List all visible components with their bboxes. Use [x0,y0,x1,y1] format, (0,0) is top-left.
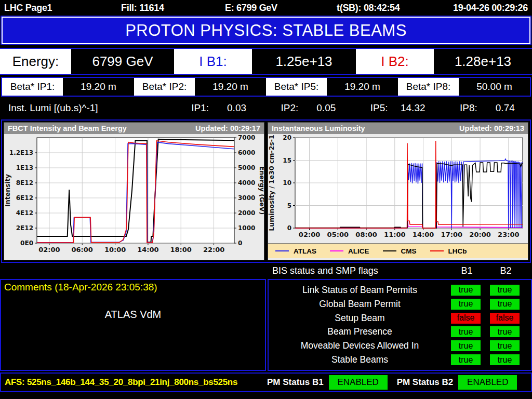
beta-ip2-value: 19.20 m [195,78,266,96]
intensity-b1-label: I B1: [174,49,252,74]
lumi-ip2: IP2: 0.05 [263,102,353,114]
fbct-panel: FBCT Intensity and Beam Energy Updated: … [4,122,264,260]
svg-text:1E13: 1E13 [16,164,33,171]
mode-banner: PROTON PHYSICS: STABLE BEAMS [2,17,530,44]
flag-b2-badge: true [490,285,520,296]
beta-ip8-value: 50.00 m [459,78,530,96]
lumi-ip5-value: 14.32 [398,102,425,114]
flag-label: Stable Beams [269,354,451,365]
comments-title: Comments (18-Apr-2026 23:05:38) [4,282,262,293]
svg-text:15: 15 [283,157,291,164]
luminosity-legend: ATLAS ALICE CMS LHCb [268,243,528,258]
lhcb-line-swatch [430,250,444,251]
flag-label: Link Status of Beam Permits [269,285,451,296]
flag-b1-badge: true [451,285,481,296]
luminosity-chart-title: Instantaneous Luminosity [272,124,365,132]
beta-ip8-label: Beta* IP8: [398,78,459,96]
svg-text:20:00: 20:00 [469,231,490,238]
svg-text:4000: 4000 [238,179,255,187]
alice-line-swatch [330,250,343,251]
bis-header: BIS status and SMP flags B1 B2 [0,263,532,279]
flag-label: Moveable Devices Allowed In [269,340,451,351]
comments-body: ATLAS VdM [4,309,262,321]
svg-text:11:00: 11:00 [384,231,405,238]
comments-flags-row: Comments (18-Apr-2026 23:05:38) ATLAS Vd… [0,279,532,371]
lumi-ip8: IP8: 0.74 [443,102,532,114]
flag-row-global-permit: Global Beam Permit true true [269,299,531,310]
legend-label-atlas: ATLAS [294,247,316,255]
svg-text:02:00: 02:00 [38,246,60,254]
atlas-line-swatch [275,250,289,251]
mode-banner-title: PROTON PHYSICS: STABLE BEAMS [125,21,407,40]
beta-ip8-group: Beta* IP8: 50.00 m [398,78,530,96]
svg-text:4E12: 4E12 [16,209,33,217]
fbct-chart: 02:0006:0010:0014:0018:0022:000E02E124E1… [4,134,264,258]
flag-b2-badge: true [490,326,520,337]
lumi-ip1: IP1: 0.03 [174,102,263,114]
bis-col-b1: B1 [452,265,482,276]
flag-b1-badge: true [451,326,481,337]
pm-status-b2-label: PM Status B2 [397,377,454,388]
svg-text:20: 20 [283,134,291,141]
flag-label: Setup Beam [269,313,451,324]
comments-panel: Comments (18-Apr-2026 23:05:38) ATLAS Vd… [0,279,266,371]
luminosity-chart: 02:0005:0008:0011:0014:0017:0020:0023:00… [268,134,528,243]
svg-text:5: 5 [287,202,291,209]
svg-text:2000: 2000 [238,209,255,217]
beta-ip2-label: Beta* IP2: [134,78,195,96]
svg-text:Intensity: Intensity [4,174,11,207]
svg-text:06:00: 06:00 [72,246,93,254]
lumi-ip5: IP5: 14.32 [353,102,443,114]
lumi-ip1-label: IP1: [191,102,209,114]
beta-ip1-value: 19.20 m [63,78,134,96]
pm-status-b2-badge: ENABLED [458,375,517,390]
svg-text:0: 0 [287,224,291,232]
svg-text:8E12: 8E12 [16,179,33,187]
energy-label: Energy: [0,49,71,74]
afs-filling-scheme: AFS: 525ns_146b_144_35_20_8bpi_21inj_800… [1,377,267,388]
pm-status-b1-badge: ENABLED [329,375,388,390]
lumi-ip2-label: IP2: [281,102,298,114]
lumi-ip8-value: 0.74 [488,102,515,114]
datetime: 19-04-26 00:29:26 [448,3,528,14]
pm-status-b1-label: PM Status B1 [267,377,324,388]
svg-text:5000: 5000 [238,164,255,171]
svg-text:2E12: 2E12 [16,224,33,232]
svg-text:0: 0 [238,240,242,247]
energy-value: 6799 GeV [71,49,174,74]
beta-ip2-group: Beta* IP2: 19.20 m [134,78,266,96]
svg-text:10:00: 10:00 [104,246,126,254]
beam-energy: E: 6799 GeV [225,3,337,14]
flag-label: Beam Presence [269,326,451,337]
title-bar: LHC Page1 Fill: 11614 E: 6799 GeV t(SB):… [0,0,532,16]
flag-b1-badge: true [451,299,481,310]
lumi-ip1-value: 0.03 [219,102,246,114]
intensity-b2-value: 1.28e+13 [434,49,532,74]
bis-title: BIS status and SMP flags [268,265,452,276]
svg-text:02:00: 02:00 [299,231,320,238]
legend-label-cms: CMS [401,247,417,255]
svg-text:6000: 6000 [238,149,255,156]
intensity-b2-label: I B2: [356,49,434,74]
flag-row-moveable-devices: Moveable Devices Allowed In true true [269,340,531,351]
cms-line-swatch [383,250,396,251]
beta-ip5-label: Beta* IP5: [266,78,327,96]
svg-text:18:00: 18:00 [170,246,192,254]
luminosity-updated-label: Updated: 00:29:13 [459,124,524,132]
beta-ip1-label: Beta* IP1: [2,78,63,96]
svg-text:7000: 7000 [238,134,255,141]
svg-text:14:00: 14:00 [413,231,434,238]
svg-text:0E0: 0E0 [20,240,33,247]
svg-text:22:00: 22:00 [203,246,224,254]
stable-beams-time: t(SB): 08:42:54 [337,3,448,14]
svg-text:05:00: 05:00 [327,231,349,238]
charts-area: FBCT Intensity and Beam Energy Updated: … [1,119,531,263]
inst-lumi-row: Inst. Lumi [(ub.s)^-1] IP1: 0.03 IP2: 0.… [0,97,532,119]
legend-item-lhcb: LHCb [430,247,467,255]
legend-item-atlas: ATLAS [275,247,316,255]
inst-lumi-label: Inst. Lumi [(ub.s)^-1] [0,102,174,114]
flag-b2-badge: true [490,354,520,365]
svg-text:1.2E13: 1.2E13 [9,149,33,156]
legend-item-cms: CMS [383,247,417,255]
flag-row-stable-beams: Stable Beams true true [269,354,531,365]
